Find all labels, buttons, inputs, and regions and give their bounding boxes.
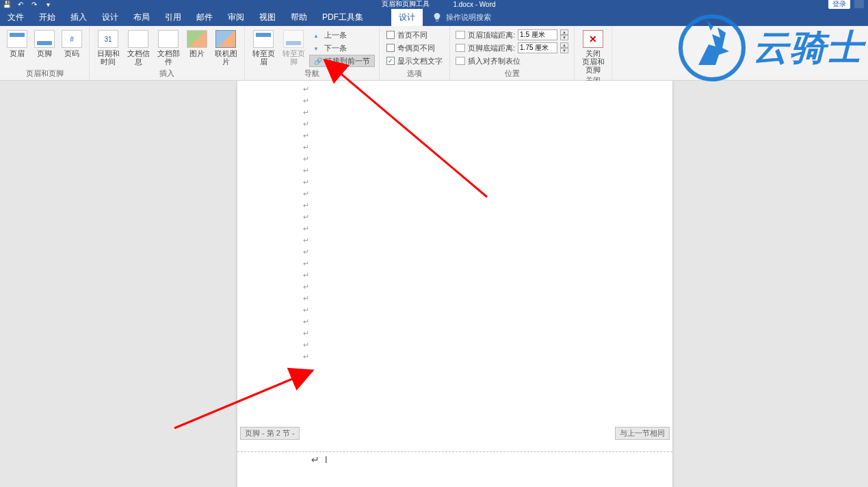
page-number-icon: #: [62, 30, 82, 48]
group-navigation: 转至页眉 转至页脚 上一条 下一条 链接到前一节 导航: [245, 26, 380, 80]
checkbox-checked-icon: ✓: [386, 57, 395, 65]
tab-hf-design[interactable]: 设计: [391, 8, 423, 26]
qat-more-icon[interactable]: ▾: [44, 0, 52, 8]
save-icon[interactable]: 💾: [3, 0, 11, 8]
paragraph-marks: ↵↵↵↵↵↵↵↵↵↵↵↵↵↵↵↵↵↵↵↵↵↵↵↵: [303, 85, 309, 361]
undo-icon[interactable]: ↶: [16, 0, 25, 8]
link-icon: [314, 57, 322, 65]
show-document-text-checkbox[interactable]: ✓显示文档文字: [384, 55, 445, 67]
spinner-up-icon[interactable]: ▲: [560, 42, 568, 48]
footer-distance-icon: [456, 44, 465, 52]
group-label-insert: 插入: [94, 67, 240, 80]
group-options: 首页不同 奇偶页不同 ✓显示文档文字 选项: [380, 26, 450, 80]
document-title: 1.docx - Word: [453, 1, 495, 8]
group-insert: 日期和时间 文档信息 文档部件 图片 联机图片 插入: [90, 26, 245, 80]
footer-section-tag: 页脚 - 第 2 节 -: [240, 427, 300, 440]
goto-footer-button[interactable]: 转至页脚: [279, 27, 308, 66]
online-pictures-icon: [215, 30, 236, 48]
ribbon-display-options-icon[interactable]: [854, 0, 864, 8]
header-distance-icon: [456, 31, 465, 39]
tab-align-icon: [456, 57, 465, 65]
header-button[interactable]: 页眉: [4, 27, 30, 57]
footer-button[interactable]: 页脚: [31, 27, 57, 57]
title-right: 登录: [828, 0, 864, 9]
goto-header-button[interactable]: 转至页眉: [249, 27, 278, 66]
doc-parts-button[interactable]: 文档部件: [154, 27, 183, 66]
tab-view[interactable]: 视图: [252, 8, 283, 26]
spinner-down-icon[interactable]: ▼: [560, 35, 568, 40]
arrow-up-icon: [313, 31, 321, 39]
link-to-previous-button[interactable]: 链接到前一节: [309, 55, 375, 67]
quick-access-toolbar: 💾 ↶ ↷ ▾: [0, 0, 52, 8]
previous-button[interactable]: 上一条: [309, 29, 375, 41]
spinner-control[interactable]: ▲▼: [560, 42, 568, 53]
document-page[interactable]: ↵↵↵↵↵↵↵↵↵↵↵↵↵↵↵↵↵↵↵↵↵↵↵↵ 页脚 - 第 2 节 - 与上…: [237, 81, 672, 487]
date-time-button[interactable]: 日期和时间: [94, 27, 122, 66]
footer-boundary: [237, 451, 672, 453]
spinner-up-icon[interactable]: ▲: [560, 29, 568, 35]
header-distance-input[interactable]: [518, 29, 557, 40]
goto-footer-icon: [283, 30, 304, 48]
spinner-control[interactable]: ▲▼: [560, 29, 568, 40]
contextual-tab-title: 页眉和页脚工具: [372, 0, 439, 9]
footer-distance-input[interactable]: [518, 42, 557, 53]
group-label-hf: 页眉和页脚: [4, 67, 85, 80]
footer-icon: [34, 30, 55, 48]
tab-insert[interactable]: 插入: [63, 8, 94, 26]
ribbon: 页眉 页脚 # 页码 页眉和页脚 日期和时间 文档信息: [0, 26, 868, 81]
group-label-position: 位置: [454, 67, 570, 80]
lightbulb-icon: [432, 12, 442, 22]
doc-info-icon: [128, 30, 148, 48]
online-pictures-button[interactable]: 联机图片: [211, 27, 240, 66]
pictures-button[interactable]: 图片: [184, 27, 210, 57]
title-bar: 💾 ↶ ↷ ▾ 页眉和页脚工具 1.docx - Word 登录: [0, 0, 868, 8]
same-as-previous-tag: 与上一节相同: [615, 427, 670, 440]
footer-distance-row: 页脚底端距离: ▲▼: [454, 42, 570, 54]
arrow-down-icon: [313, 44, 321, 52]
doc-parts-icon: [158, 30, 179, 48]
insert-alignment-tab-button[interactable]: 插入对齐制表位: [454, 55, 570, 67]
tab-mailings[interactable]: 邮件: [189, 8, 220, 26]
different-first-page-checkbox[interactable]: 首页不同: [384, 29, 445, 41]
title-center: 页眉和页脚工具 1.docx - Word: [372, 0, 495, 9]
tab-home[interactable]: 开始: [31, 8, 63, 26]
tab-review[interactable]: 审阅: [220, 8, 252, 26]
close-header-footer-button[interactable]: ✕ 关闭页眉和页脚: [579, 27, 607, 74]
group-close: ✕ 关闭页眉和页脚 关闭: [575, 26, 612, 80]
goto-header-icon: [253, 30, 274, 48]
text-cursor: ↵ I: [311, 454, 328, 465]
header-icon: [7, 30, 27, 48]
tell-me-placeholder: 操作说明搜索: [446, 12, 491, 23]
group-position: 页眉顶端距离: ▲▼ 页脚底端距离: ▲▼ 插入对齐制表位 位置: [450, 26, 575, 80]
group-label-nav: 导航: [249, 67, 375, 80]
doc-info-button[interactable]: 文档信息: [124, 27, 153, 66]
next-button[interactable]: 下一条: [309, 42, 375, 54]
header-distance-label: 页眉顶端距离:: [468, 30, 515, 40]
group-label-options: 选项: [384, 67, 445, 80]
checkbox-icon: [386, 31, 395, 39]
footer-distance-label: 页脚底端距离:: [468, 43, 515, 53]
tab-file[interactable]: 文件: [0, 8, 31, 26]
tab-design[interactable]: 设计: [94, 8, 126, 26]
page-number-button[interactable]: # 页码: [59, 27, 85, 57]
header-distance-row: 页眉顶端距离: ▲▼: [454, 29, 570, 41]
checkbox-icon: [386, 44, 395, 52]
redo-icon[interactable]: ↷: [30, 0, 38, 8]
tell-me-search[interactable]: 操作说明搜索: [423, 8, 491, 26]
tab-layout[interactable]: 布局: [126, 8, 157, 26]
spinner-down-icon[interactable]: ▼: [560, 48, 568, 53]
ribbon-tabs: 文件 开始 插入 设计 布局 引用 邮件 审阅 视图 帮助 PDF工具集 设计 …: [0, 8, 868, 26]
tab-pdftools[interactable]: PDF工具集: [315, 8, 371, 26]
different-odd-even-checkbox[interactable]: 奇偶页不同: [384, 42, 445, 54]
group-header-footer: 页眉 页脚 # 页码 页眉和页脚: [0, 26, 90, 80]
tab-references[interactable]: 引用: [157, 8, 189, 26]
document-area[interactable]: ↵↵↵↵↵↵↵↵↵↵↵↵↵↵↵↵↵↵↵↵↵↵↵↵ 页脚 - 第 2 节 - 与上…: [0, 81, 868, 487]
calendar-icon: [98, 30, 118, 48]
login-button[interactable]: 登录: [828, 0, 850, 9]
pictures-icon: [187, 30, 207, 48]
close-icon: ✕: [583, 30, 603, 48]
tab-help[interactable]: 帮助: [283, 8, 315, 26]
